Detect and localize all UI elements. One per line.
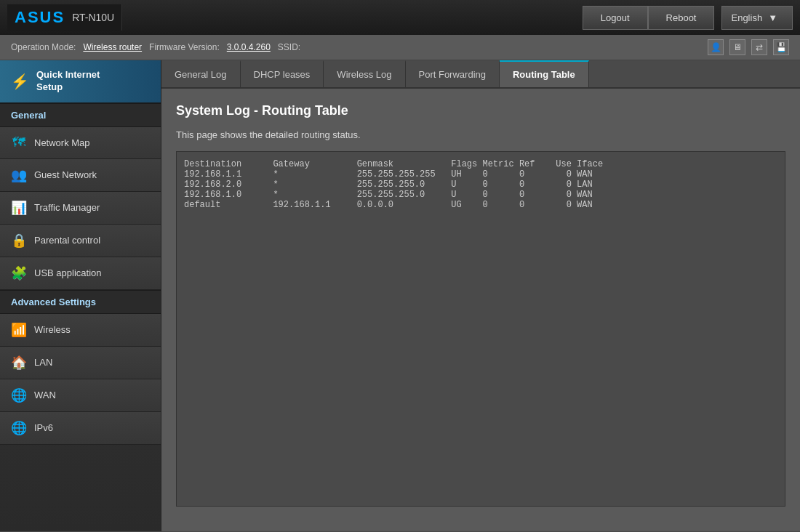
sidebar-item-wireless[interactable]: 📶 Wireless: [0, 314, 161, 347]
sidebar-item-ipv6-label: IPv6: [34, 422, 53, 433]
save-icon[interactable]: 💾: [773, 39, 789, 55]
ipv6-icon: 🌐: [11, 420, 27, 436]
routing-data: Destination Gateway Genmask Flags Metric…: [180, 156, 781, 214]
lan-icon: 🏠: [11, 355, 27, 371]
sidebar-item-ipv6[interactable]: 🌐 IPv6: [0, 412, 161, 445]
tab-wireless-log[interactable]: Wireless Log: [324, 60, 405, 87]
sidebar-item-lan-label: LAN: [34, 357, 52, 368]
reboot-button[interactable]: Reboot: [648, 6, 715, 30]
content-area: General Log DHCP leases Wireless Log Por…: [161, 60, 800, 531]
ssid-label: SSID:: [278, 42, 300, 52]
sidebar: ⚡ Quick InternetSetup General 🗺 Network …: [0, 60, 161, 531]
usb-application-icon: 🧩: [11, 265, 27, 281]
sidebar-item-parental-control[interactable]: 🔒 Parental control: [0, 225, 161, 257]
sidebar-item-network-map-label: Network Map: [34, 137, 90, 148]
nav-buttons: Logout Reboot: [583, 6, 715, 30]
sidebar-item-wan[interactable]: 🌐 WAN: [0, 379, 161, 412]
info-bar: Operation Mode: Wireless router Firmware…: [0, 35, 800, 60]
wireless-icon: 📶: [11, 322, 27, 338]
advanced-section-title: Advanced Settings: [0, 290, 161, 314]
logout-button[interactable]: Logout: [583, 6, 648, 30]
traffic-manager-icon: 📊: [11, 200, 27, 216]
sidebar-item-guest-network[interactable]: 👥 Guest Network: [0, 159, 161, 192]
quick-setup-icon: ⚡: [11, 73, 29, 90]
share-icon[interactable]: ⇄: [751, 39, 767, 55]
operation-mode-value[interactable]: Wireless router: [83, 42, 142, 52]
tab-routing-table[interactable]: Routing Table: [500, 60, 589, 87]
sidebar-item-usb-application[interactable]: 🧩 USB application: [0, 257, 161, 290]
users-icon[interactable]: 👤: [708, 39, 724, 55]
quick-setup-button[interactable]: ⚡ Quick InternetSetup: [0, 60, 161, 103]
parental-control-icon: 🔒: [11, 233, 27, 249]
sidebar-item-traffic-manager[interactable]: 📊 Traffic Manager: [0, 192, 161, 225]
sidebar-item-lan[interactable]: 🏠 LAN: [0, 347, 161, 379]
sidebar-item-wireless-label: Wireless: [34, 324, 71, 335]
language-label: English: [731, 12, 762, 23]
tab-port-forwarding[interactable]: Port Forwarding: [406, 60, 500, 87]
routing-table-scroll[interactable]: Destination Gateway Genmask Flags Metric…: [177, 152, 785, 506]
page-content: System Log - Routing Table This page sho…: [161, 89, 800, 531]
sidebar-item-traffic-manager-label: Traffic Manager: [34, 202, 100, 213]
sidebar-item-parental-control-label: Parental control: [34, 235, 100, 246]
main-layout: ⚡ Quick InternetSetup General 🗺 Network …: [0, 60, 800, 531]
tab-general-log[interactable]: General Log: [161, 60, 241, 87]
info-icons: 👤 🖥 ⇄ 💾: [708, 39, 789, 55]
sidebar-item-usb-application-label: USB application: [34, 267, 102, 278]
page-title: System Log - Routing Table: [176, 103, 785, 118]
logo-area: ASUS RT-N10U: [7, 4, 122, 31]
chevron-down-icon: ▼: [768, 12, 777, 23]
sidebar-item-wan-label: WAN: [34, 390, 56, 400]
tabs-bar: General Log DHCP leases Wireless Log Por…: [161, 60, 800, 89]
wan-icon: 🌐: [11, 387, 27, 403]
general-section-title: General: [0, 103, 161, 127]
language-selector[interactable]: English ▼: [721, 6, 793, 30]
network-map-icon: 🗺: [11, 135, 27, 150]
sidebar-item-guest-network-label: Guest Network: [34, 169, 97, 180]
network-icon[interactable]: 🖥: [729, 39, 745, 55]
guest-network-icon: 👥: [11, 167, 27, 183]
header: ASUS RT-N10U Logout Reboot English ▼: [0, 0, 800, 35]
routing-table-container: Destination Gateway Genmask Flags Metric…: [176, 151, 785, 507]
asus-logo: ASUS: [15, 8, 65, 27]
model-name: RT-N10U: [72, 12, 114, 23]
page-description: This page shows the detailed routing sta…: [176, 129, 785, 140]
sidebar-item-network-map[interactable]: 🗺 Network Map: [0, 127, 161, 159]
quick-setup-label: Quick InternetSetup: [36, 69, 100, 94]
firmware-value[interactable]: 3.0.0.4.260: [227, 42, 271, 52]
firmware-label: Firmware Version:: [149, 42, 220, 52]
tab-dhcp-leases[interactable]: DHCP leases: [241, 60, 324, 87]
operation-mode-label: Operation Mode:: [11, 42, 76, 52]
